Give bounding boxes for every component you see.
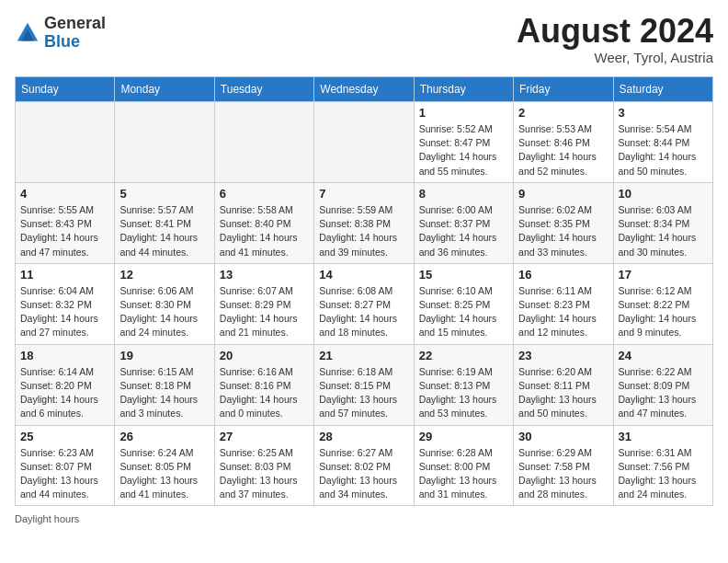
calendar-cell: 8Sunrise: 6:00 AM Sunset: 8:37 PM Daylig… <box>414 182 513 263</box>
page-header: General Blue August 2024 Weer, Tyrol, Au… <box>15 15 713 65</box>
day-detail: Sunrise: 6:12 AM Sunset: 8:22 PM Dayligh… <box>619 284 708 340</box>
calendar-cell: 26Sunrise: 6:24 AM Sunset: 8:05 PM Dayli… <box>115 425 214 506</box>
day-detail: Sunrise: 6:04 AM Sunset: 8:32 PM Dayligh… <box>20 284 109 340</box>
day-detail: Sunrise: 6:02 AM Sunset: 8:35 PM Dayligh… <box>518 203 608 259</box>
calendar-cell: 5Sunrise: 5:57 AM Sunset: 8:41 PM Daylig… <box>115 182 214 263</box>
calendar-cell: 16Sunrise: 6:11 AM Sunset: 8:23 PM Dayli… <box>514 263 613 344</box>
day-detail: Sunrise: 6:15 AM Sunset: 8:18 PM Dayligh… <box>119 365 209 421</box>
day-number: 2 <box>518 106 608 120</box>
day-number: 3 <box>619 106 708 120</box>
day-detail: Sunrise: 6:20 AM Sunset: 8:11 PM Dayligh… <box>518 365 608 421</box>
day-detail: Sunrise: 6:24 AM Sunset: 8:05 PM Dayligh… <box>119 446 209 502</box>
day-number: 30 <box>518 430 608 443</box>
day-number: 31 <box>619 430 708 443</box>
calendar-week-row: 1Sunrise: 5:52 AM Sunset: 8:47 PM Daylig… <box>16 102 713 183</box>
day-detail: Sunrise: 5:52 AM Sunset: 8:47 PM Dayligh… <box>419 122 508 178</box>
calendar-cell: 21Sunrise: 6:18 AM Sunset: 8:15 PM Dayli… <box>314 344 414 425</box>
day-detail: Sunrise: 5:59 AM Sunset: 8:38 PM Dayligh… <box>319 203 408 259</box>
calendar-week-row: 25Sunrise: 6:23 AM Sunset: 8:07 PM Dayli… <box>16 425 713 506</box>
day-detail: Sunrise: 6:28 AM Sunset: 8:00 PM Dayligh… <box>419 446 508 502</box>
title-block: August 2024 Weer, Tyrol, Austria <box>517 15 713 65</box>
day-number: 11 <box>20 268 109 282</box>
day-detail: Sunrise: 6:23 AM Sunset: 8:07 PM Dayligh… <box>20 446 109 502</box>
day-detail: Sunrise: 5:58 AM Sunset: 8:40 PM Dayligh… <box>220 203 309 259</box>
calendar-cell: 14Sunrise: 6:08 AM Sunset: 8:27 PM Dayli… <box>314 263 414 344</box>
calendar-cell: 1Sunrise: 5:52 AM Sunset: 8:47 PM Daylig… <box>414 102 513 183</box>
calendar-cell: 25Sunrise: 6:23 AM Sunset: 8:07 PM Dayli… <box>16 425 115 506</box>
day-detail: Sunrise: 6:27 AM Sunset: 8:02 PM Dayligh… <box>319 446 408 502</box>
calendar-cell: 2Sunrise: 5:53 AM Sunset: 8:46 PM Daylig… <box>514 102 613 183</box>
day-number: 21 <box>319 349 408 362</box>
calendar-cell: 11Sunrise: 6:04 AM Sunset: 8:32 PM Dayli… <box>16 263 115 344</box>
day-number: 14 <box>319 268 408 282</box>
day-number: 19 <box>119 349 209 362</box>
day-number: 4 <box>20 187 109 201</box>
day-number: 18 <box>20 349 109 362</box>
day-number: 17 <box>619 268 708 282</box>
calendar-cell <box>214 102 313 183</box>
col-header-friday: Friday <box>514 77 613 102</box>
col-header-tuesday: Tuesday <box>214 77 313 102</box>
calendar-cell: 29Sunrise: 6:28 AM Sunset: 8:00 PM Dayli… <box>414 425 513 506</box>
day-detail: Sunrise: 6:00 AM Sunset: 8:37 PM Dayligh… <box>419 203 508 259</box>
calendar-cell: 18Sunrise: 6:14 AM Sunset: 8:20 PM Dayli… <box>16 344 115 425</box>
day-number: 16 <box>518 268 608 282</box>
day-number: 10 <box>619 187 708 201</box>
calendar-cell: 22Sunrise: 6:19 AM Sunset: 8:13 PM Dayli… <box>414 344 513 425</box>
month-year-title: August 2024 <box>517 15 713 48</box>
day-number: 24 <box>619 349 708 362</box>
calendar-cell: 6Sunrise: 5:58 AM Sunset: 8:40 PM Daylig… <box>214 182 313 263</box>
calendar-cell: 31Sunrise: 6:31 AM Sunset: 7:56 PM Dayli… <box>613 425 712 506</box>
calendar-cell: 24Sunrise: 6:22 AM Sunset: 8:09 PM Dayli… <box>613 344 712 425</box>
day-detail: Sunrise: 6:08 AM Sunset: 8:27 PM Dayligh… <box>319 284 408 340</box>
day-number: 22 <box>419 349 508 362</box>
day-detail: Sunrise: 6:11 AM Sunset: 8:23 PM Dayligh… <box>518 284 608 340</box>
day-number: 28 <box>319 430 408 443</box>
calendar-week-row: 11Sunrise: 6:04 AM Sunset: 8:32 PM Dayli… <box>16 263 713 344</box>
day-number: 15 <box>419 268 508 282</box>
day-detail: Sunrise: 6:16 AM Sunset: 8:16 PM Dayligh… <box>220 365 309 421</box>
day-number: 6 <box>220 187 309 201</box>
calendar-cell: 30Sunrise: 6:29 AM Sunset: 7:58 PM Dayli… <box>514 425 613 506</box>
day-number: 7 <box>319 187 408 201</box>
day-detail: Sunrise: 6:03 AM Sunset: 8:34 PM Dayligh… <box>619 203 708 259</box>
calendar-cell: 12Sunrise: 6:06 AM Sunset: 8:30 PM Dayli… <box>115 263 214 344</box>
calendar-cell: 3Sunrise: 5:54 AM Sunset: 8:44 PM Daylig… <box>613 102 712 183</box>
calendar-cell: 27Sunrise: 6:25 AM Sunset: 8:03 PM Dayli… <box>214 425 313 506</box>
day-number: 23 <box>518 349 608 362</box>
col-header-thursday: Thursday <box>414 77 513 102</box>
day-number: 27 <box>220 430 309 443</box>
day-detail: Sunrise: 5:54 AM Sunset: 8:44 PM Dayligh… <box>619 122 708 178</box>
calendar-cell: 13Sunrise: 6:07 AM Sunset: 8:29 PM Dayli… <box>214 263 313 344</box>
day-number: 29 <box>419 430 508 443</box>
calendar-cell: 10Sunrise: 6:03 AM Sunset: 8:34 PM Dayli… <box>613 182 712 263</box>
logo-blue-text: Blue <box>44 32 80 51</box>
calendar-cell: 7Sunrise: 5:59 AM Sunset: 8:38 PM Daylig… <box>314 182 414 263</box>
day-number: 9 <box>518 187 608 201</box>
day-detail: Sunrise: 5:53 AM Sunset: 8:46 PM Dayligh… <box>518 122 608 178</box>
calendar-week-row: 18Sunrise: 6:14 AM Sunset: 8:20 PM Dayli… <box>16 344 713 425</box>
calendar-cell: 19Sunrise: 6:15 AM Sunset: 8:18 PM Dayli… <box>115 344 214 425</box>
calendar-cell: 4Sunrise: 5:55 AM Sunset: 8:43 PM Daylig… <box>16 182 115 263</box>
calendar-table: SundayMondayTuesdayWednesdayThursdayFrid… <box>15 76 713 506</box>
day-detail: Sunrise: 5:55 AM Sunset: 8:43 PM Dayligh… <box>20 203 109 259</box>
day-number: 1 <box>419 106 508 120</box>
calendar-cell <box>314 102 414 183</box>
col-header-saturday: Saturday <box>613 77 712 102</box>
calendar-cell <box>115 102 214 183</box>
day-number: 26 <box>119 430 209 443</box>
location-label: Weer, Tyrol, Austria <box>517 50 713 65</box>
calendar-cell: 9Sunrise: 6:02 AM Sunset: 8:35 PM Daylig… <box>514 182 613 263</box>
day-detail: Sunrise: 5:57 AM Sunset: 8:41 PM Dayligh… <box>119 203 209 259</box>
footer-note: Daylight hours <box>15 513 713 524</box>
calendar-cell: 23Sunrise: 6:20 AM Sunset: 8:11 PM Dayli… <box>514 344 613 425</box>
day-detail: Sunrise: 6:19 AM Sunset: 8:13 PM Dayligh… <box>419 365 508 421</box>
calendar-header-row: SundayMondayTuesdayWednesdayThursdayFrid… <box>16 77 713 102</box>
day-number: 12 <box>119 268 209 282</box>
calendar-cell: 17Sunrise: 6:12 AM Sunset: 8:22 PM Dayli… <box>613 263 712 344</box>
logo: General Blue <box>15 15 106 52</box>
day-number: 20 <box>220 349 309 362</box>
day-detail: Sunrise: 6:06 AM Sunset: 8:30 PM Dayligh… <box>119 284 209 340</box>
col-header-monday: Monday <box>115 77 214 102</box>
day-number: 8 <box>419 187 508 201</box>
